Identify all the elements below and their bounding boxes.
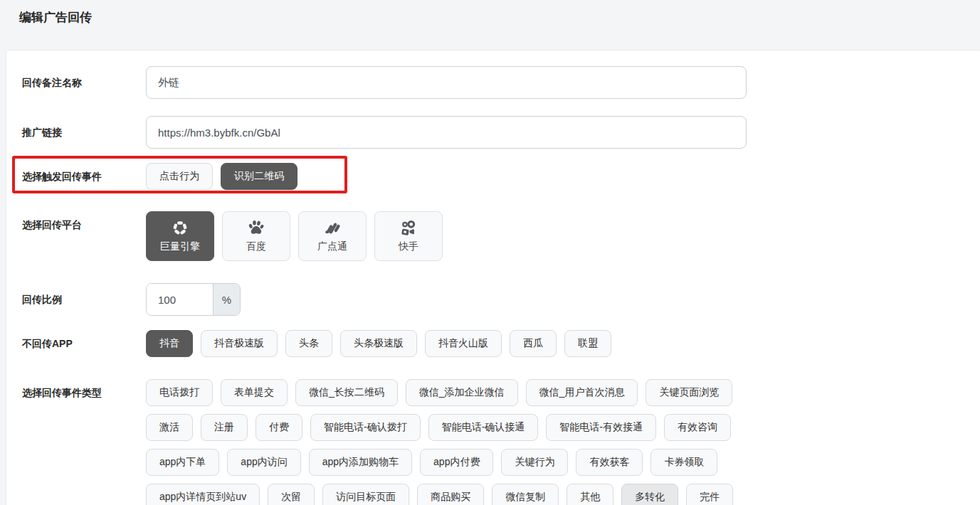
event-type-button[interactable]: app内付费	[420, 449, 493, 476]
event-type-button[interactable]: 激活	[146, 414, 193, 441]
app-option-button[interactable]: 头条极速版	[340, 330, 417, 357]
event-type-button[interactable]: 微信_长按二维码	[295, 379, 398, 406]
page-title: 编辑广告回传	[19, 9, 980, 26]
remark-input[interactable]	[146, 66, 747, 99]
event-type-button[interactable]: 智能电话-确认接通	[428, 414, 539, 441]
platform-tile[interactable]: 快手	[374, 211, 443, 261]
event-type-options: 电话拨打 表单提交 微信_长按二维码 微信_添加企业微信 微信_用户首次消息 关…	[146, 379, 758, 505]
platform-tile-label: 快手	[399, 240, 418, 253]
page-header: 编辑广告回传	[0, 0, 980, 50]
platform-tile-label: 广点通	[317, 240, 347, 253]
platform-tile[interactable]: 广点通	[298, 211, 367, 261]
app-option-button[interactable]: 抖音火山版	[425, 330, 502, 357]
event-type-button[interactable]: 微信_添加企业微信	[406, 379, 518, 406]
form-row-ratio: 回传比例 %	[22, 283, 980, 316]
ratio-input[interactable]	[147, 284, 213, 315]
event-type-button[interactable]: 访问目标页面	[322, 484, 409, 505]
platform-label: 选择回传平台	[22, 211, 146, 238]
event-type-button[interactable]: app内添加购物车	[309, 449, 412, 476]
event-type-button[interactable]: 关键行为	[501, 449, 568, 476]
event-type-button[interactable]: 表单提交	[221, 379, 288, 406]
form-row-events: 选择回传事件类型 电话拨打 表单提交 微信_长按二维码 微信_添加企业微信 微信…	[22, 379, 980, 505]
app-option-button[interactable]: 联盟	[564, 330, 611, 357]
platform-tile-label: 百度	[246, 240, 266, 253]
event-type-button[interactable]: 微信复制	[492, 484, 559, 505]
event-type-button[interactable]: 注册	[201, 414, 248, 441]
link-input[interactable]	[146, 116, 747, 149]
apps-label: 不回传APP	[22, 330, 146, 357]
platform-tile[interactable]: 百度	[222, 211, 290, 261]
platform-tile-label: 巨量引擎	[160, 240, 200, 253]
link-label: 推广链接	[22, 116, 146, 149]
event-type-button[interactable]: 卡券领取	[650, 449, 717, 476]
event-type-button[interactable]: 电话拨打	[146, 379, 213, 406]
event-type-button[interactable]: 付费	[255, 414, 302, 441]
trigger-option-button[interactable]: 识别二维码	[221, 163, 297, 190]
form-row-remark: 回传备注名称	[22, 66, 980, 99]
remark-label: 回传备注名称	[22, 66, 146, 99]
ratio-label: 回传比例	[22, 283, 146, 316]
form-row-link: 推广链接	[22, 116, 980, 149]
event-type-button[interactable]: 其他	[567, 484, 613, 505]
event-type-button[interactable]: 完件	[686, 484, 733, 505]
baidu-paw-icon	[247, 219, 265, 237]
form-row-apps: 不回传APP 抖音 抖音极速版 头条 头条极速版 抖音火山版 西瓜 联盟	[22, 330, 980, 357]
event-type-button[interactable]: 商品购买	[417, 484, 484, 505]
app-option-button[interactable]: 头条	[285, 330, 332, 357]
event-type-button[interactable]: 关键页面浏览	[646, 379, 732, 406]
form-row-trigger: 选择触发回传事件 点击行为 识别二维码	[22, 163, 980, 190]
event-type-button[interactable]: 微信_用户首次消息	[526, 379, 638, 406]
event-type-button[interactable]: app内访问	[227, 449, 300, 476]
event-type-button[interactable]: app内下单	[146, 449, 219, 476]
trigger-options: 点击行为 识别二维码	[146, 163, 297, 190]
event-type-button[interactable]: 有效获客	[576, 449, 643, 476]
app-options: 抖音 抖音极速版 头条 头条极速版 抖音火山版 西瓜 联盟	[146, 330, 611, 357]
gdt-stripes-icon	[323, 219, 342, 237]
platform-options: 巨量引擎 百度	[146, 211, 443, 261]
event-type-button[interactable]: 多转化	[621, 484, 678, 505]
trigger-label: 选择触发回传事件	[22, 163, 146, 190]
events-label: 选择回传事件类型	[22, 379, 146, 406]
app-option-button[interactable]: 西瓜	[510, 330, 557, 357]
event-type-button[interactable]: app内详情页到站uv	[146, 484, 260, 505]
form-row-platform: 选择回传平台 巨	[22, 211, 980, 261]
form-card: 回传备注名称 推广链接 选择触发回传事件 点击行为 识别二维码 选择回传平台	[6, 50, 980, 505]
percent-addon: %	[213, 284, 240, 315]
event-type-button[interactable]: 有效咨询	[664, 414, 731, 441]
event-type-button[interactable]: 智能电话-有效接通	[546, 414, 656, 441]
event-type-button[interactable]: 次留	[268, 484, 315, 505]
event-type-button[interactable]: 智能电话-确认拨打	[310, 414, 421, 441]
app-option-button[interactable]: 抖音极速版	[201, 330, 278, 357]
app-option-button[interactable]: 抖音	[146, 330, 193, 357]
ratio-input-group: %	[146, 283, 241, 316]
trigger-option-button[interactable]: 点击行为	[146, 163, 213, 190]
kuaishou-camera-icon	[399, 219, 418, 237]
platform-tile[interactable]: 巨量引擎	[146, 211, 214, 261]
oceanengine-pinwheel-icon	[171, 219, 189, 237]
